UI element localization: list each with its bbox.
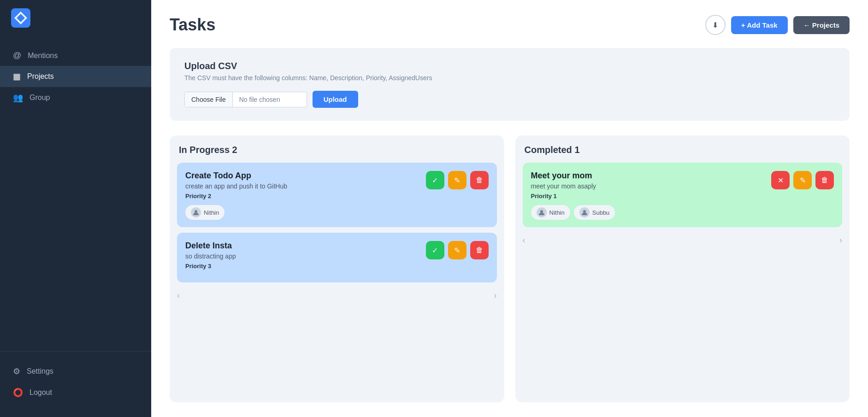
download-button[interactable]: ⬇ [705, 15, 726, 35]
task-actions-2: ✓ ✎ 🗑 [426, 241, 489, 259]
edit-icon-2: ✎ [454, 246, 460, 255]
trash-icon-3: 🗑 [821, 176, 828, 184]
at-icon: @ [13, 51, 21, 60]
sidebar-bottom: ⚙ Settings ⭕ Logout [0, 351, 151, 417]
download-icon: ⬇ [712, 21, 718, 29]
sidebar-item-mentions-label: Mentions [28, 52, 58, 60]
sidebar-item-settings[interactable]: ⚙ Settings [0, 361, 151, 382]
cancel-task-button[interactable]: ✕ [771, 171, 790, 189]
upload-csv-title: Upload CSV [184, 61, 835, 71]
task-card-create-todo: Create Todo App create an app and push i… [177, 163, 497, 227]
task-priority-3: Priority 1 [531, 193, 766, 200]
checkmark-icon: ✓ [432, 176, 438, 185]
task-name-2: Delete Insta [185, 241, 420, 251]
edit-task-button-3[interactable]: ✎ [793, 171, 812, 189]
sidebar-item-logout[interactable]: ⭕ Logout [0, 382, 151, 403]
edit-icon: ✎ [454, 176, 460, 185]
page-title: Tasks [170, 15, 215, 35]
column-in-progress-title: In Progress 2 [177, 145, 497, 155]
scroll-right-arrow-2[interactable]: › [839, 235, 842, 245]
scroll-arrows-left: ‹ › [177, 288, 497, 300]
task-card-meet-mom: Meet your mom meet your mom asaply Prior… [523, 163, 843, 227]
delete-task-button-2[interactable]: 🗑 [470, 241, 489, 259]
delete-task-button[interactable]: 🗑 [470, 171, 489, 189]
scroll-left-arrow[interactable]: ‹ [177, 291, 180, 300]
upload-button[interactable]: Upload [313, 91, 358, 108]
assignee-tag: Nithin [185, 205, 224, 220]
task-card-delete-insta: Delete Insta so distracting app Priority… [177, 233, 497, 282]
edit-task-button[interactable]: ✎ [448, 171, 466, 189]
file-input-wrapper: Choose File No file chosen [184, 92, 307, 107]
sidebar-item-projects[interactable]: ▦ Projects [0, 66, 151, 87]
task-actions: ✓ ✎ 🗑 [426, 171, 489, 189]
assignee-name-nithin: Nithin [549, 209, 565, 216]
assignee-name: Nithin [204, 209, 219, 216]
column-in-progress: In Progress 2 Create Todo App create an … [170, 135, 504, 402]
avatar [191, 207, 201, 217]
avatar-subbu [579, 207, 590, 217]
projects-icon: ▦ [13, 71, 21, 82]
task-priority: Priority 2 [185, 193, 420, 200]
task-assignees-3: Nithin Subbu [531, 205, 834, 220]
scroll-right-arrow[interactable]: › [494, 291, 497, 300]
assignee-tag-subbu: Subbu [574, 205, 615, 220]
app-logo-icon [11, 8, 30, 28]
complete-task-button[interactable]: ✓ [426, 171, 444, 189]
assignee-name-subbu: Subbu [592, 209, 610, 216]
page-header: Tasks ⬇ + Add Task ← Projects [170, 15, 850, 35]
upload-csv-card: Upload CSV The CSV must have the followi… [170, 48, 850, 121]
edit-icon-3: ✎ [800, 176, 806, 185]
upload-csv-desc: The CSV must have the following columns:… [184, 74, 835, 82]
sidebar-nav: @ Mentions ▦ Projects 👥 Group [0, 36, 151, 351]
delete-task-button-3[interactable]: 🗑 [815, 171, 834, 189]
sidebar: @ Mentions ▦ Projects 👥 Group ⚙ Settings… [0, 0, 151, 417]
sidebar-item-group-label: Group [30, 94, 50, 102]
file-name-display: No file chosen [233, 92, 307, 107]
task-desc-2: so distracting app [185, 253, 420, 260]
task-desc: create an app and push it to GitHub [185, 182, 420, 190]
edit-task-button-2[interactable]: ✎ [448, 241, 466, 259]
task-info-2: Delete Insta so distracting app Priority… [185, 241, 420, 275]
column-completed-title: Completed 1 [523, 145, 843, 155]
task-card-header-2: Delete Insta so distracting app Priority… [185, 241, 489, 275]
task-info: Create Todo App create an app and push i… [185, 171, 420, 205]
task-name: Create Todo App [185, 171, 420, 181]
scroll-left-arrow-2[interactable]: ‹ [523, 235, 526, 245]
scroll-arrows-right: ‹ › [523, 233, 843, 245]
assignee-tag-nithin: Nithin [531, 205, 570, 220]
sidebar-item-mentions[interactable]: @ Mentions [0, 45, 151, 66]
settings-icon: ⚙ [13, 366, 20, 376]
sidebar-item-logout-label: Logout [30, 388, 52, 397]
kanban-area: In Progress 2 Create Todo App create an … [170, 135, 850, 402]
task-priority-2: Priority 3 [185, 263, 420, 270]
sidebar-item-projects-label: Projects [27, 72, 54, 81]
sidebar-item-group[interactable]: 👥 Group [0, 87, 151, 108]
trash-icon: 🗑 [476, 176, 483, 184]
cancel-icon: ✕ [778, 176, 784, 185]
upload-row: Choose File No file chosen Upload [184, 91, 835, 108]
choose-file-button[interactable]: Choose File [185, 92, 233, 107]
task-card-header-3: Meet your mom meet your mom asaply Prior… [531, 171, 834, 205]
group-icon: 👥 [13, 93, 23, 103]
main-content: Tasks ⬇ + Add Task ← Projects Upload CSV… [151, 0, 868, 417]
trash-icon-2: 🗑 [476, 246, 483, 254]
logo-area [0, 0, 151, 36]
task-actions-3: ✕ ✎ 🗑 [771, 171, 834, 189]
complete-task-button-2[interactable]: ✓ [426, 241, 444, 259]
task-name-3: Meet your mom [531, 171, 766, 181]
checkmark-icon-2: ✓ [432, 246, 438, 255]
task-desc-3: meet your mom asaply [531, 182, 766, 190]
avatar-nithin [537, 207, 547, 217]
logout-icon: ⭕ [13, 388, 23, 398]
sidebar-item-settings-label: Settings [27, 367, 53, 376]
task-assignees: Nithin [185, 205, 489, 220]
header-actions: ⬇ + Add Task ← Projects [705, 15, 850, 35]
column-completed: Completed 1 Meet your mom meet your mom … [515, 135, 850, 402]
add-task-button[interactable]: + Add Task [731, 16, 788, 34]
projects-button[interactable]: ← Projects [793, 16, 850, 34]
task-info-3: Meet your mom meet your mom asaply Prior… [531, 171, 766, 205]
task-card-header: Create Todo App create an app and push i… [185, 171, 489, 205]
